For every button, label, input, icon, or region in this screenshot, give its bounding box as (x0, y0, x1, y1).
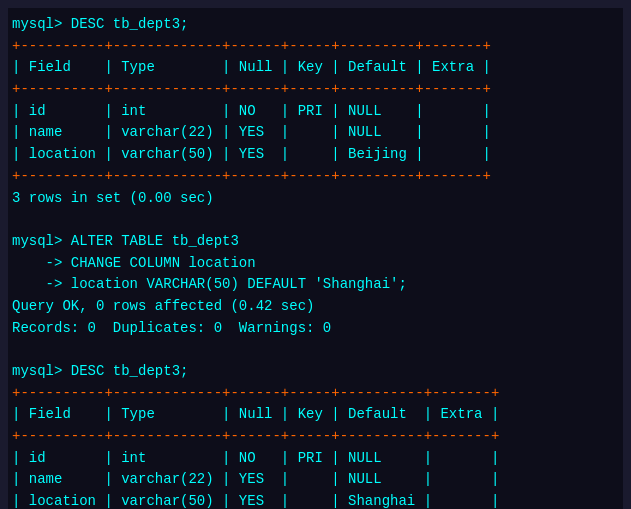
terminal-line-10: mysql> ALTER TABLE tb_dept3 (12, 231, 619, 253)
terminal-line-5: | name | varchar(22) | YES | | NULL | | (12, 122, 619, 144)
terminal-line-14: Records: 0 Duplicates: 0 Warnings: 0 (12, 318, 619, 340)
terminal-line-8: 3 rows in set (0.00 sec) (12, 188, 619, 210)
terminal-line-1: +----------+-------------+------+-----+-… (12, 36, 619, 58)
terminal-line-17: +----------+-------------+------+-----+-… (12, 383, 619, 405)
terminal-line-18: | Field | Type | Null | Key | Default | … (12, 404, 619, 426)
terminal-line-6: | location | varchar(50) | YES | | Beiji… (12, 144, 619, 166)
terminal-line-19: +----------+-------------+------+-----+-… (12, 426, 619, 448)
terminal-line-16: mysql> DESC tb_dept3; (12, 361, 619, 383)
terminal-line-3: +----------+-------------+------+-----+-… (12, 79, 619, 101)
terminal-line-11: -> CHANGE COLUMN location (12, 253, 619, 275)
terminal-line-0: mysql> DESC tb_dept3; (12, 14, 619, 36)
terminal-window: mysql> DESC tb_dept3;+----------+-------… (8, 8, 623, 509)
terminal-line-12: -> location VARCHAR(50) DEFAULT 'Shangha… (12, 274, 619, 296)
terminal-line-20: | id | int | NO | PRI | NULL | | (12, 448, 619, 470)
terminal-line-13: Query OK, 0 rows affected (0.42 sec) (12, 296, 619, 318)
terminal-line-15 (12, 339, 619, 361)
terminal-line-2: | Field | Type | Null | Key | Default | … (12, 57, 619, 79)
terminal-line-22: | location | varchar(50) | YES | | Shang… (12, 491, 619, 509)
terminal-line-21: | name | varchar(22) | YES | | NULL | | (12, 469, 619, 491)
terminal-line-4: | id | int | NO | PRI | NULL | | (12, 101, 619, 123)
output-lines: mysql> DESC tb_dept3;+----------+-------… (12, 14, 619, 509)
terminal-line-9 (12, 209, 619, 231)
terminal-line-7: +----------+-------------+------+-----+-… (12, 166, 619, 188)
